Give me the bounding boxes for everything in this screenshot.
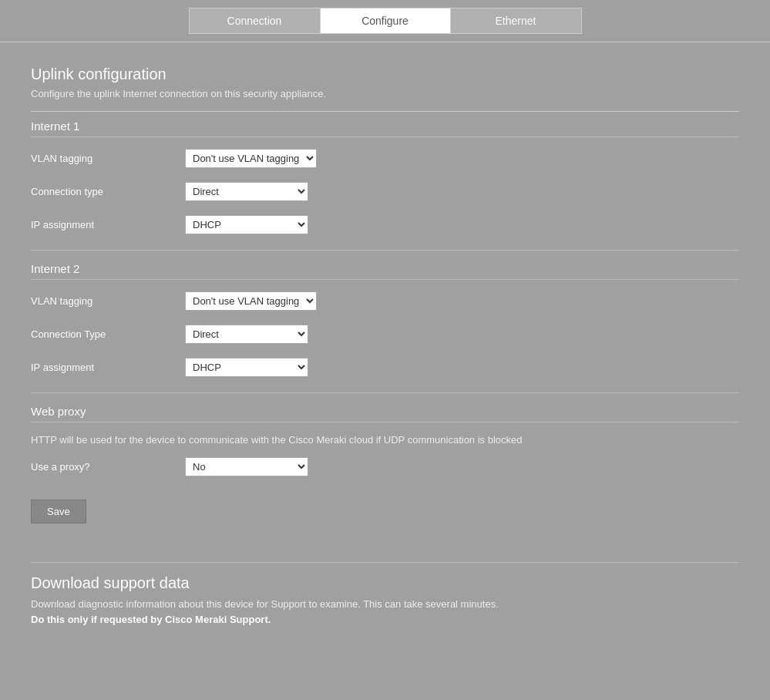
web-proxy-description: HTTP will be used for the device to comm…	[31, 434, 739, 446]
internet2-vlan-row: VLAN tagging Don't use VLAN tagging Use …	[31, 291, 739, 311]
internet1-conntype-row: Connection type Direct PPPoE Layer 2 TP	[31, 182, 739, 201]
tab-ethernet[interactable]: Ethernet	[451, 8, 582, 34]
internet1-ipassign-label: IP assignment	[31, 219, 185, 231]
save-button[interactable]: Save	[31, 500, 86, 523]
internet1-ipassign-select[interactable]: DHCP Static Auto	[185, 215, 308, 234]
internet2-ipassign-control: DHCP Static Auto	[185, 358, 308, 377]
internet1-conntype-control: Direct PPPoE Layer 2 TP	[185, 182, 308, 201]
internet1-vlan-label: VLAN tagging	[31, 153, 185, 164]
internet1-section: Internet 1 VLAN tagging Don't use VLAN t…	[31, 119, 739, 234]
internet2-vlan-select[interactable]: Don't use VLAN tagging Use VLAN tagging	[185, 291, 317, 311]
internet2-ipassign-label: IP assignment	[31, 362, 185, 373]
internet2-section: Internet 2 VLAN tagging Don't use VLAN t…	[31, 262, 739, 377]
download-title: Download support data	[31, 574, 739, 592]
tab-connection[interactable]: Connection	[189, 8, 320, 34]
internet1-vlan-row: VLAN tagging Don't use VLAN tagging Use …	[31, 149, 739, 168]
internet1-conntype-label: Connection type	[31, 186, 185, 197]
page-title: Uplink configuration	[31, 66, 739, 83]
proxy-row: Use a proxy? No Yes	[31, 457, 739, 476]
internet1-ipassign-row: IP assignment DHCP Static Auto	[31, 215, 739, 234]
download-warning: Do this only if requested by Cisco Merak…	[31, 614, 739, 625]
proxy-select[interactable]: No Yes	[185, 457, 308, 476]
internet1-conntype-select[interactable]: Direct PPPoE Layer 2 TP	[185, 182, 308, 201]
web-proxy-section: Web proxy HTTP will be used for the devi…	[31, 405, 739, 476]
internet2-heading: Internet 2	[31, 262, 739, 280]
internet2-vlan-label: VLAN tagging	[31, 295, 185, 307]
internet2-vlan-control: Don't use VLAN tagging Use VLAN tagging	[185, 291, 317, 311]
internet2-ipassign-row: IP assignment DHCP Static Auto	[31, 358, 739, 377]
tab-bar: Connection Configure Ethernet	[0, 0, 770, 34]
download-section: Download support data Download diagnosti…	[31, 574, 739, 625]
proxy-label: Use a proxy?	[31, 461, 185, 473]
main-content: Uplink configuration Configure the uplin…	[0, 50, 770, 656]
internet2-ipassign-select[interactable]: DHCP Static Auto	[185, 358, 308, 377]
internet2-conntype-row: Connection Type Direct PPPoE Layer 2 TP	[31, 325, 739, 344]
web-proxy-heading: Web proxy	[31, 405, 739, 422]
internet1-vlan-select[interactable]: Don't use VLAN tagging Use VLAN tagging	[185, 149, 317, 168]
tab-configure[interactable]: Configure	[320, 8, 451, 34]
internet2-conntype-label: Connection Type	[31, 328, 185, 340]
proxy-control: No Yes	[185, 457, 308, 476]
internet1-heading: Internet 1	[31, 119, 739, 137]
internet2-conntype-select[interactable]: Direct PPPoE Layer 2 TP	[185, 325, 308, 344]
internet1-vlan-control: Don't use VLAN tagging Use VLAN tagging	[185, 149, 317, 168]
internet1-ipassign-control: DHCP Static Auto	[185, 215, 308, 234]
page-subtitle: Configure the uplink Internet connection…	[31, 88, 739, 99]
internet2-conntype-control: Direct PPPoE Layer 2 TP	[185, 325, 308, 344]
download-description: Download diagnostic information about th…	[31, 598, 739, 610]
